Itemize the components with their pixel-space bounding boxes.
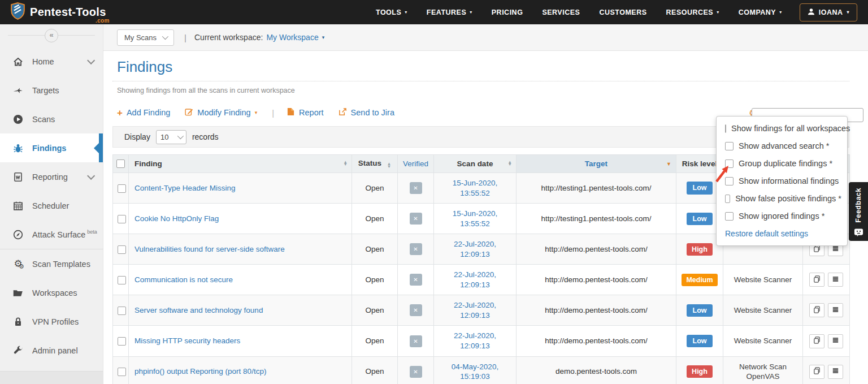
column-header-scan-date[interactable]: Scan date ▲▼	[434, 155, 517, 173]
view-settings-option-show-findings-for-all-workspaces[interactable]: Show findings for all workspaces	[725, 124, 841, 133]
chevron-down-icon	[87, 171, 95, 179]
sidebar-item-findings[interactable]: Findings	[0, 133, 103, 162]
verified-x-badge[interactable]: ✕	[410, 274, 422, 286]
copy-icon	[813, 366, 821, 377]
top-nav-items: TOOLS ▾ FEATURES ▾ PRICING SERVICES CUST…	[366, 0, 792, 24]
select-all-checkbox-header[interactable]	[113, 155, 129, 173]
view-settings-option-group-duplicate-findings[interactable]: Group duplicate findings *	[725, 159, 841, 168]
caret-down-icon: ▾	[779, 10, 782, 15]
send-to-jira-button[interactable]: Send to Jira	[338, 107, 394, 118]
finding-details-button[interactable]	[828, 303, 843, 317]
row-checkbox[interactable]	[118, 184, 126, 193]
finding-details-button[interactable]	[828, 365, 843, 379]
sidebar-item-admin-panel[interactable]: Admin panel	[0, 336, 103, 365]
workspace-label: Current workspace:	[194, 33, 263, 42]
sidebar-item-attack-surface[interactable]: Attack Surface beta	[0, 220, 103, 249]
sidebar-item-scheduler[interactable]: Scheduler	[0, 191, 103, 220]
page-title: Findings	[117, 58, 849, 76]
add-finding-button[interactable]: + Add Finding	[117, 108, 170, 118]
risk-badge: Low	[687, 335, 713, 347]
checkbox-icon	[116, 159, 125, 168]
finding-link[interactable]: Server software and technology found	[134, 306, 263, 314]
row-checkbox[interactable]	[118, 215, 126, 223]
row-checkbox[interactable]	[118, 368, 126, 376]
table-row: Server software and technology found Ope…	[113, 295, 850, 326]
finding-link[interactable]: Missing HTTP security headers	[134, 336, 240, 345]
row-checkbox[interactable]	[118, 337, 126, 346]
sidebar-item-reporting[interactable]: Reporting	[0, 162, 103, 191]
verified-x-badge[interactable]: ✕	[410, 243, 422, 255]
table-row: Communication is not secure Open ✕ 22-Ju…	[113, 265, 850, 295]
nav-item-services[interactable]: SERVICES	[532, 0, 589, 24]
feedback-tab[interactable]: Feedback	[849, 182, 868, 241]
duplicate-finding-button[interactable]	[809, 273, 824, 287]
workspace-selector[interactable]: My Workspace ▾	[266, 33, 324, 42]
send-external-icon	[338, 107, 347, 118]
sidebar-item-scan-templates[interactable]: ⚙⚙ Scan Templates	[0, 249, 103, 278]
sidebar-item-scans[interactable]: Scans	[0, 105, 103, 133]
view-settings-option-show-advanced-search[interactable]: Show advanced search *	[725, 141, 841, 150]
nav-item-resources[interactable]: RESOURCES ▾	[657, 0, 729, 24]
records-per-page-select[interactable]: 10	[156, 130, 186, 144]
row-checkbox[interactable]	[118, 307, 126, 315]
view-settings-option-show-ignored-findings[interactable]: Show ignored findings *	[725, 212, 841, 221]
sidebar-item-home[interactable]: Home	[0, 47, 103, 76]
finding-link[interactable]: Cookie No HttpOnly Flag	[134, 214, 219, 223]
status-cell: Open	[352, 326, 398, 356]
nav-item-company[interactable]: COMPANY ▾	[729, 0, 792, 24]
separator: |	[184, 33, 186, 42]
copy-icon	[813, 305, 821, 316]
sidebar-collapse-button[interactable]: «	[0, 24, 103, 47]
nav-item-pricing[interactable]: PRICING	[482, 0, 533, 24]
finding-details-button[interactable]	[828, 334, 843, 348]
chevron-down-icon	[87, 56, 95, 64]
column-header-finding[interactable]: Finding ▲▼	[129, 155, 352, 173]
row-checkbox[interactable]	[118, 276, 126, 284]
nav-item-features[interactable]: FEATURES ▾	[417, 0, 482, 24]
duplicate-finding-button[interactable]	[809, 365, 824, 379]
column-header-verified[interactable]: Verified	[398, 155, 434, 173]
row-checkbox[interactable]	[118, 245, 126, 254]
user-menu-button[interactable]: IOANA ▾	[800, 3, 857, 21]
scan-date-cell: 22-Jul-2020, 12:09:13	[434, 234, 517, 265]
finding-link[interactable]: Communication is not secure	[134, 275, 233, 284]
risk-badge: Medium	[682, 274, 717, 286]
verified-x-badge[interactable]: ✕	[410, 366, 422, 378]
verified-x-badge[interactable]: ✕	[410, 213, 422, 225]
view-settings-option-show-informational-findings[interactable]: Show informational findings	[725, 176, 841, 185]
finding-link[interactable]: Vulnerabilities found for server-side so…	[134, 245, 285, 253]
jet-icon	[12, 85, 24, 96]
column-header-status[interactable]: Status ▲▼	[352, 155, 398, 173]
modify-finding-button[interactable]: Modify Finding ▾	[185, 107, 257, 118]
scan-date-cell: 22-Jul-2020, 12:09:13	[434, 295, 517, 326]
nav-item-tools[interactable]: TOOLS ▾	[366, 0, 417, 24]
pencil-icon	[185, 107, 193, 118]
restore-default-settings-link[interactable]: Restore default settings	[725, 229, 841, 238]
duplicate-finding-button[interactable]	[809, 303, 824, 317]
sidebar-item-targets[interactable]: Targets	[0, 76, 103, 105]
page-subtitle: Showing findings from all the scans in c…	[117, 87, 849, 94]
user-icon	[808, 8, 815, 17]
column-header-target[interactable]: Target ▼	[517, 155, 676, 173]
pentest-tools-logo[interactable]: Pentest-Tools.com	[10, 2, 108, 22]
view-settings-option-show-false-positive-findings[interactable]: Show false positive findings *	[725, 194, 841, 203]
wrench-icon	[12, 346, 24, 356]
status-cell: Open	[352, 204, 398, 234]
nav-item-customers[interactable]: CUSTOMERS	[589, 0, 656, 24]
duplicate-finding-button[interactable]	[809, 334, 824, 348]
target-cell: demo.pentest-tools.com	[517, 356, 676, 384]
verified-x-badge[interactable]: ✕	[410, 335, 422, 347]
verified-x-badge[interactable]: ✕	[410, 304, 422, 316]
sidebar-item-workspaces[interactable]: Workspaces	[0, 278, 103, 307]
lock-icon	[12, 317, 24, 327]
finding-link[interactable]: Content-Type Header Missing	[134, 184, 236, 192]
sidebar-item-vpn-profiles[interactable]: VPN Profiles	[0, 307, 103, 336]
target-cell: http://testing1.pentest-tools.com/	[517, 173, 676, 204]
target-cell: http://demo.pentest-tools.com/	[517, 265, 676, 295]
verified-x-badge[interactable]: ✕	[410, 182, 422, 194]
finding-link[interactable]: phpinfo() output Reporting (port 80/tcp)	[134, 367, 266, 376]
my-scans-selector[interactable]: My Scans	[117, 29, 174, 46]
sidebar-list: Home Targets Scans Findings Reporting Sc…	[0, 47, 103, 365]
finding-details-button[interactable]	[828, 273, 843, 287]
report-button[interactable]: Report	[287, 107, 324, 118]
